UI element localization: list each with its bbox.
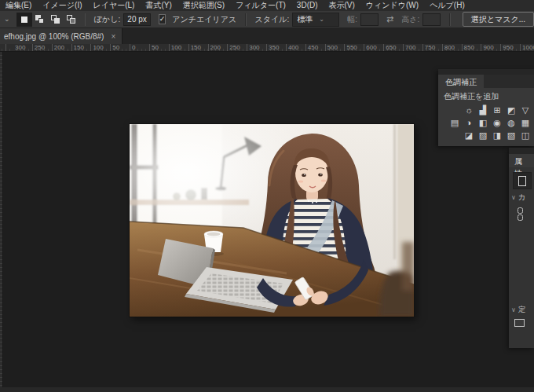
- ruler-label: 150: [74, 44, 84, 51]
- style-select[interactable]: 標準 ⌄: [292, 13, 339, 27]
- menu-item[interactable]: ウィンドウ(W): [360, 0, 424, 11]
- menu-item[interactable]: 選択範囲(S): [177, 0, 230, 11]
- ruler-grid-icon[interactable]: [514, 319, 525, 327]
- document-tab[interactable]: efhog.jpg @ 100% (RGB/8#) ×: [0, 28, 123, 44]
- color-balance-icon[interactable]: ◑: [463, 117, 475, 128]
- adjustment-icon-row: ▤◑◧◉◍▦: [448, 117, 532, 128]
- gradient-map-icon[interactable]: ▧: [505, 130, 518, 141]
- selective-color-icon[interactable]: ◫: [519, 130, 532, 141]
- ruler-label: 50: [112, 44, 119, 51]
- ruler-label: 600: [366, 44, 376, 51]
- height-label: 高さ:: [401, 14, 419, 25]
- ruler-label: 350: [269, 44, 279, 51]
- subtract-from-selection-button[interactable]: [48, 13, 64, 27]
- document-tab-title: efhog.jpg @ 100% (RGB/8#): [4, 32, 104, 41]
- properties-panel: 属性 ∨ カ ∨ 定: [509, 148, 534, 348]
- ruler-label: 100: [93, 44, 103, 51]
- ruler-label: 150: [191, 44, 201, 51]
- threshold-icon[interactable]: ◨: [491, 130, 503, 141]
- rulers-section-label: 定: [518, 305, 526, 315]
- subtract-from-selection-icon: [51, 15, 60, 24]
- document-tab-bar: efhog.jpg @ 100% (RGB/8#) ×: [0, 28, 534, 44]
- adjustment-icon-grid: ☼▟⊞◩▽▤◑◧◉◍▦◪▨◨▧◫: [438, 104, 534, 141]
- divider: [245, 13, 246, 26]
- menu-item[interactable]: 編集(E): [0, 0, 37, 11]
- adjustment-icon-row: ◪▨◨▧◫: [463, 130, 532, 141]
- ruler-label: 0: [132, 44, 135, 51]
- width-input[interactable]: [360, 13, 379, 26]
- properties-panel-tab-bar: 属性: [509, 154, 534, 167]
- adjustments-panel-tab-bar: 色調補正: [438, 75, 534, 88]
- ruler-label: 800: [444, 44, 455, 51]
- ruler-label: 500: [327, 44, 338, 51]
- color-lookup-icon[interactable]: ▦: [519, 117, 532, 128]
- link-dimensions-icon[interactable]: [517, 207, 524, 222]
- black-and-white-icon[interactable]: ◧: [477, 117, 489, 128]
- levels-icon[interactable]: ▟: [477, 104, 489, 115]
- width-label: 幅:: [347, 14, 357, 25]
- exposure-icon[interactable]: ◩: [505, 104, 518, 115]
- ruler-label: 700: [405, 44, 415, 51]
- new-selection-icon: [21, 16, 27, 23]
- tab-adjustments[interactable]: 色調補正: [438, 75, 484, 88]
- channel-mixer-icon[interactable]: ◍: [505, 117, 518, 128]
- add-adjustment-label: 色調補正を追加: [438, 88, 534, 104]
- feather-input[interactable]: 20 px: [123, 13, 150, 26]
- height-input[interactable]: [422, 13, 441, 26]
- posterize-icon[interactable]: ▨: [477, 130, 489, 141]
- menu-item[interactable]: ヘルプ(H): [424, 0, 470, 11]
- ruler-label: 900: [483, 44, 493, 51]
- horizontal-ruler: 3002502001501005005010015020025030035040…: [0, 44, 534, 52]
- menu-item[interactable]: レイヤー(L): [88, 0, 141, 11]
- intersect-selection-button[interactable]: [64, 13, 79, 27]
- antialias-checkbox[interactable]: ✓: [159, 14, 166, 24]
- divider: [85, 13, 86, 26]
- ruler-label: 250: [35, 44, 45, 51]
- menu-item[interactable]: フィルター(T): [230, 0, 291, 11]
- close-icon[interactable]: ×: [111, 32, 115, 41]
- canvas-section-label: カ: [518, 192, 526, 203]
- ruler-label: 200: [210, 44, 221, 51]
- adjustments-panel: 色調補正 色調補正を追加 ☼▟⊞◩▽▤◑◧◉◍▦◪▨◨▧◫: [438, 69, 534, 146]
- document-thumbnail-well: [513, 172, 532, 189]
- ruler-label: 300: [249, 44, 259, 51]
- photo-filter-icon[interactable]: ◉: [491, 117, 503, 128]
- intersect-selection-icon: [67, 15, 75, 24]
- add-to-selection-button[interactable]: [32, 13, 48, 27]
- document-canvas-photo[interactable]: [130, 124, 414, 317]
- vibrance-icon[interactable]: ▽: [519, 104, 532, 115]
- tab-properties[interactable]: 属性: [509, 154, 534, 167]
- chevron-down-icon: ∨: [511, 194, 516, 201]
- ruler-label: 950: [503, 44, 513, 51]
- canvas-section-header[interactable]: ∨ カ: [511, 192, 526, 203]
- swap-width-height-icon[interactable]: ⇄: [386, 14, 393, 24]
- style-select-value: 標準: [297, 14, 313, 25]
- ruler-label: 1000: [522, 44, 534, 51]
- ruler-label: 650: [386, 44, 396, 51]
- chevron-down-icon: ∨: [511, 306, 516, 313]
- menu-item[interactable]: イメージ(I): [37, 0, 87, 11]
- document-icon: [518, 176, 526, 186]
- photo-illustration: [130, 124, 414, 317]
- hue-saturation-icon[interactable]: ▤: [448, 117, 461, 128]
- menu-item[interactable]: 表示(V): [324, 0, 360, 11]
- options-bar: ⌄ ぼかし: 20 px ✓ アンチエイリアス スタイル: 標準 ⌄ 幅:: [0, 11, 534, 28]
- invert-icon[interactable]: ◪: [463, 130, 475, 141]
- menu-bar: 編集(E)イメージ(I)レイヤー(L)書式(Y)選択範囲(S)フィルター(T)3…: [0, 0, 534, 11]
- window-bottom-edge: [0, 387, 534, 392]
- curves-icon[interactable]: ⊞: [491, 104, 503, 115]
- ruler-label: 550: [346, 44, 357, 51]
- adjustment-icon-row: ☼▟⊞◩▽: [463, 104, 532, 115]
- menu-item[interactable]: 3D(D): [291, 0, 324, 11]
- brightness-contrast-icon[interactable]: ☼: [463, 104, 475, 115]
- select-and-mask-button[interactable]: 選択とマスク...: [463, 12, 534, 27]
- ruler-label: 400: [288, 44, 298, 51]
- rulers-section-header[interactable]: ∨ 定: [511, 305, 525, 315]
- panel-header-bar: [438, 69, 534, 75]
- new-selection-button[interactable]: [16, 13, 32, 27]
- ruler-label: 450: [308, 44, 318, 51]
- divider: [449, 13, 450, 26]
- selection-mode-group: [16, 13, 79, 27]
- tool-preset-chevron-icon[interactable]: ⌄: [2, 15, 13, 24]
- menu-item[interactable]: 書式(Y): [140, 0, 177, 11]
